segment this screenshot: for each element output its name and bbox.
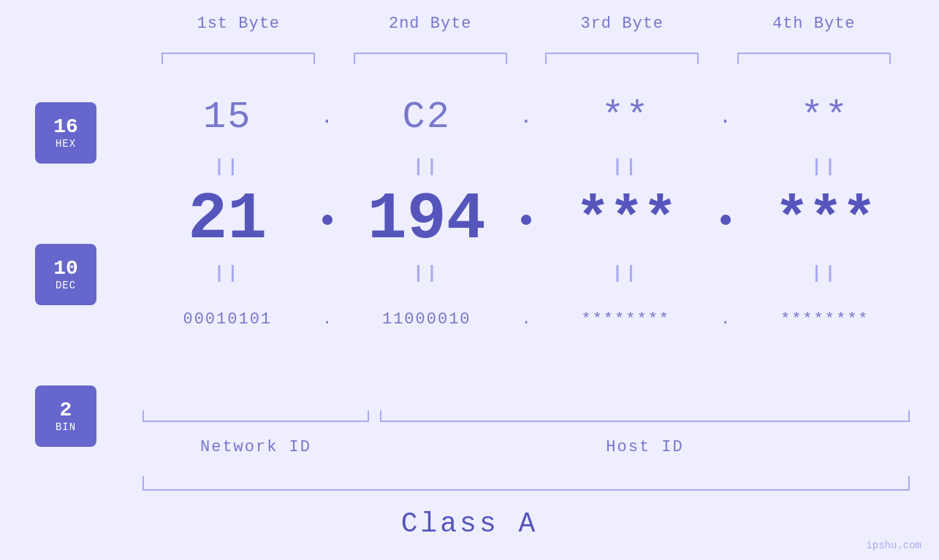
bin-base-num: 2 — [60, 399, 72, 422]
hex-b1: 15 — [203, 96, 251, 139]
equals-row-2: || || || || — [142, 260, 910, 286]
dec-dot3 — [721, 215, 731, 225]
base-labels: 16 HEX 10 DEC 2 BIN — [35, 102, 96, 447]
hex-b2: C2 — [403, 96, 451, 139]
watermark-text: ipshu.com — [866, 540, 921, 551]
watermark: ipshu.com — [866, 540, 921, 551]
top-brackets — [142, 53, 910, 64]
bin-dot3: . — [721, 310, 730, 329]
bin-base-name: BIN — [56, 421, 76, 433]
dec-dot2 — [521, 215, 531, 225]
bin-dot2: . — [521, 310, 531, 329]
eq2-b4: || — [811, 264, 838, 283]
dec-b3: *** — [575, 187, 676, 253]
class-text: Class A — [401, 508, 539, 540]
hex-base-num: 16 — [53, 116, 78, 139]
network-id-bracket — [142, 410, 369, 422]
dec-dot1 — [322, 215, 332, 225]
network-id-label: Network ID — [142, 438, 369, 456]
bin-dot1: . — [322, 310, 332, 329]
byte-headers: 1st Byte 2nd Byte 3rd Byte 4th Byte — [142, 15, 910, 33]
hex-b3: ** — [601, 96, 650, 139]
eq1-b3: || — [612, 157, 639, 177]
byte4-header: 4th Byte — [718, 15, 911, 33]
eq1-b2: || — [413, 157, 440, 177]
eq2-b2: || — [413, 264, 440, 283]
bin-base-label: 2 BIN — [35, 386, 96, 447]
hex-dot2: . — [520, 106, 533, 129]
eq1-b4: || — [811, 157, 838, 177]
hex-dot1: . — [321, 106, 333, 129]
host-id-bracket — [380, 410, 910, 422]
eq2-b3: || — [612, 264, 639, 283]
byte3-header: 3rd Byte — [526, 15, 718, 33]
dec-row: 21 194 *** *** — [142, 180, 910, 260]
rows-area: 15 . C2 . ** . ** || || || || 21 194 ***… — [142, 80, 910, 352]
bin-b1: 00010101 — [183, 310, 272, 329]
host-id-text: Host ID — [606, 438, 683, 456]
eq1-b1: || — [214, 157, 241, 177]
main-container: 1st Byte 2nd Byte 3rd Byte 4th Byte 16 H… — [0, 0, 939, 560]
bin-b3: ******** — [581, 310, 670, 329]
bin-b4: ******** — [780, 310, 870, 329]
hex-base-name: HEX — [56, 138, 76, 150]
equals-row-1: || || || || — [142, 153, 910, 180]
byte2-header: 2nd Byte — [335, 15, 527, 33]
dec-b2: 194 — [368, 183, 486, 257]
class-label: Class A — [0, 508, 939, 540]
bin-b2: 11000010 — [382, 310, 471, 329]
network-id-text: Network ID — [200, 438, 311, 456]
bin-row: 00010101 . 11000010 . ******** . *******… — [142, 286, 910, 352]
byte1-header: 1st Byte — [142, 15, 335, 33]
dec-b1: 21 — [188, 183, 267, 257]
hex-base-label: 16 HEX — [35, 102, 96, 164]
dec-base-num: 10 — [53, 258, 78, 280]
hex-row: 15 . C2 . ** . ** — [142, 80, 910, 153]
bottom-big-bracket — [142, 476, 910, 491]
dec-base-label: 10 DEC — [35, 244, 96, 305]
hex-dot3: . — [719, 106, 731, 129]
host-id-label: Host ID — [380, 438, 910, 456]
dec-b4: *** — [775, 187, 875, 253]
hex-b4: ** — [801, 96, 849, 139]
eq2-b1: || — [214, 264, 241, 283]
dec-base-name: DEC — [56, 280, 76, 291]
